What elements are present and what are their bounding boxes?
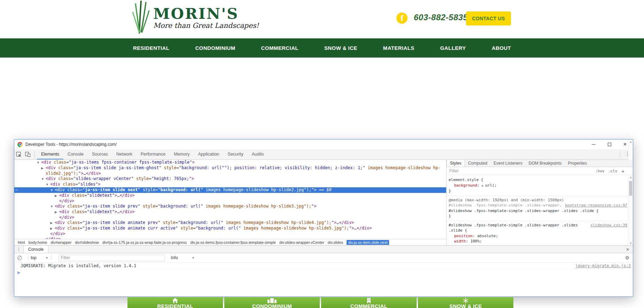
breadcrumb-item[interactable]: div#slideshow: [75, 240, 99, 245]
expand-closed-icon[interactable]: ▶: [55, 193, 59, 198]
expand-closed-icon[interactable]: ▶: [55, 210, 59, 215]
console-prompt[interactable]: >: [14, 269, 633, 276]
console-settings-gear-icon[interactable]: ⚙: [625, 255, 629, 261]
styles-tab-event-listeners[interactable]: Event Listeners: [490, 160, 526, 167]
cls-toggle[interactable]: .cls: [608, 169, 618, 173]
scroll-down-icon[interactable]: ▼: [628, 242, 633, 245]
css-property[interactable]: background: ▶ url(;: [449, 183, 627, 189]
css-rule[interactable]: #slideshow .fpss-template-simple .slides…: [447, 221, 633, 246]
breadcrumb-item[interactable]: body.home: [29, 240, 47, 245]
devtools-tab-memory[interactable]: Memory: [170, 149, 194, 159]
contact-us-button[interactable]: CONTACT US: [466, 12, 511, 25]
expand-closed-icon[interactable]: ▶: [50, 226, 55, 231]
dom-tree-row[interactable]: ▼<div class="slides">: [14, 182, 446, 187]
styles-tab-computed[interactable]: Computed: [465, 160, 490, 167]
dom-tree-row[interactable]: ▼<div class="ja-ss-item slide prev" styl…: [14, 204, 446, 209]
expand-open-icon[interactable]: ▼: [46, 182, 50, 187]
breadcrumb-item[interactable]: div#wrapper: [51, 240, 71, 245]
rule-close-brace: }: [449, 188, 627, 194]
dom-tree-row[interactable]: ▶<div class="slidetext">…</div>: [14, 193, 446, 198]
footer-box-commercial[interactable]: COMMERCIAL: [321, 297, 417, 308]
styles-scrollbar[interactable]: ▲ ▼: [628, 175, 633, 245]
expand-closed-icon[interactable]: ▶: [41, 166, 46, 171]
scroll-up-icon[interactable]: ▲: [628, 140, 633, 143]
new-style-rule-button[interactable]: +: [621, 168, 624, 174]
devtools-tab-network[interactable]: Network: [112, 149, 137, 159]
scrollbar-thumb[interactable]: [629, 181, 632, 196]
device-toolbar-button[interactable]: [23, 150, 32, 159]
css-property[interactable]: position: absolute;: [449, 233, 627, 239]
source-link[interactable]: jquery-migrate.min.js:2: [575, 263, 631, 268]
styles-tab-dom-breakpoints[interactable]: DOM Breakpoints: [526, 160, 565, 167]
expand-open-icon[interactable]: ▼: [50, 204, 55, 209]
console-filter-input[interactable]: [59, 255, 165, 261]
nav-item-snow-ice[interactable]: SNOW & ICE: [311, 45, 370, 51]
styles-tab-properties[interactable]: Properties: [565, 160, 590, 167]
log-level-select[interactable]: Info ▼: [171, 255, 195, 260]
expand-open-icon[interactable]: ▼: [37, 160, 41, 165]
hov-toggle[interactable]: :hov: [595, 169, 605, 173]
nav-item-about[interactable]: ABOUT: [479, 45, 524, 51]
css-rule[interactable]: element.style {background: ▶ url(;}: [447, 176, 633, 196]
maximize-button[interactable]: [602, 140, 617, 149]
styles-filter-input[interactable]: Filter: [449, 168, 592, 173]
inspect-element-button[interactable]: [14, 150, 23, 159]
dom-tree-row[interactable]: ▶<div class="ja-ss-item slide animate cu…: [14, 226, 446, 231]
devtools-tab-elements[interactable]: Elements: [37, 149, 63, 159]
dom-tree-row[interactable]: </div>: [14, 236, 446, 239]
nav-item-gallery[interactable]: GALLERY: [427, 45, 479, 51]
dom-tree-row[interactable]: ▼<div class="ja-ss-items fpss-container …: [14, 160, 446, 165]
footer-box-condominium[interactable]: CONDOMINIUM: [224, 297, 320, 308]
stylesheet-link[interactable]: bootstrap-responsive.css:97: [562, 203, 627, 208]
dom-tree-row[interactable]: ▶<div class="slidetext">…</div>: [14, 209, 446, 215]
dom-tree-row[interactable]: </div>: [14, 231, 446, 236]
footer-box-residential[interactable]: RESIDENTIAL: [127, 297, 223, 308]
devtools-tab-sources[interactable]: Sources: [88, 149, 112, 159]
dom-tree-row[interactable]: ⋯▼<div class="ja-ss-item slide next" sty…: [14, 187, 446, 193]
nav-item-materials[interactable]: MATERIALS: [370, 45, 427, 51]
site-logo[interactable]: MORIN'S More than Great Landscapes!: [131, 1, 259, 36]
nav-item-commercial[interactable]: COMMERCIAL: [248, 45, 311, 51]
dom-tree-row[interactable]: slide2.jpg");">…</div>: [14, 171, 446, 176]
expand-open-icon[interactable]: ▼: [50, 188, 55, 193]
devtools-tab-console[interactable]: Console: [63, 149, 88, 159]
chevron-down-icon: ▼: [46, 256, 48, 260]
devtools-tab-security[interactable]: Security: [224, 149, 248, 159]
chrome-icon: [17, 142, 23, 147]
console-message-list: JQMIGRATE: Migrate is installed, version…: [14, 263, 633, 269]
phone-number[interactable]: 603-882-5835: [414, 13, 468, 22]
scroll-up-icon[interactable]: ▲: [628, 176, 633, 179]
clear-console-icon[interactable]: [17, 256, 22, 260]
drawer-menu-icon[interactable]: ⋮: [14, 246, 23, 253]
breadcrumb-item[interactable]: div.slides-wrapper.vCenter: [279, 240, 324, 245]
css-property[interactable]: width: 100%;: [449, 239, 627, 244]
dom-tree-row[interactable]: </div>: [14, 215, 446, 220]
expand-closed-icon[interactable]: ▶: [50, 220, 55, 226]
footer-box-snow-ice[interactable]: SNOW & ICE: [418, 297, 513, 308]
breadcrumb-item[interactable]: html: [18, 240, 25, 245]
nav-item-condominium[interactable]: CONDOMINIUM: [182, 45, 248, 51]
media-query: @media (max-width: 1920px) and (min-widt…: [449, 197, 627, 203]
minimize-button[interactable]: [586, 140, 602, 149]
breadcrumb-item[interactable]: div#ja-ss-175.ja-ss.ja-ss-wrap.fade.ja-s…: [102, 240, 187, 245]
nav-item-residential[interactable]: RESIDENTIAL: [120, 45, 182, 51]
facebook-icon[interactable]: f: [396, 13, 408, 24]
css-rule[interactable]: @media (max-width: 1920px) and (min-widt…: [447, 196, 633, 221]
dom-tree-row[interactable]: ▼<div class="slides-wrapper vCenter" sty…: [14, 176, 446, 182]
console-drawer-tab[interactable]: Console: [23, 246, 48, 253]
close-drawer-icon[interactable]: ×: [622, 246, 633, 253]
devtools-tab-performance[interactable]: Performance: [137, 149, 170, 159]
breadcrumb-item[interactable]: div.slides: [328, 240, 343, 245]
styles-tab-styles[interactable]: Styles: [447, 160, 465, 167]
css-selector: #slideshow .fpss-template-simple .slides…: [449, 223, 627, 228]
execution-context-select[interactable]: top ▼: [31, 255, 48, 260]
expand-open-icon[interactable]: ▼: [41, 176, 46, 182]
breadcrumb-item[interactable]: div.ja-ss-items.fpss-container.fpss-temp…: [191, 240, 276, 245]
devtools-tab-application[interactable]: Application: [194, 149, 223, 159]
dom-tree-row[interactable]: </div>: [14, 198, 446, 204]
dom-tree-row[interactable]: ▶<div class="ja-ss-item slide ja-ss-item…: [14, 165, 446, 171]
devtools-tab-audits[interactable]: Audits: [248, 149, 268, 159]
dom-tree-row[interactable]: ▶<div class="ja-ss-item slide animate pr…: [14, 220, 446, 226]
breadcrumb-item[interactable]: div.ja-ss-item.slide.next: [347, 240, 389, 245]
stylesheet-link[interactable]: slideshow.css:39: [588, 223, 627, 228]
